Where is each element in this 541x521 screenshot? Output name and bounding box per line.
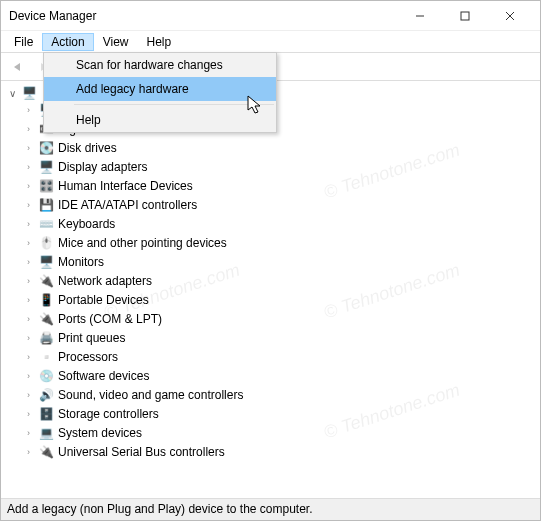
tree-content: © Tehnotone.com © Tehnotone.com © Tehnot…: [1, 81, 540, 499]
dropdown-help[interactable]: Help: [44, 108, 276, 132]
dropdown-scan[interactable]: Scan for hardware changes: [44, 53, 276, 77]
dropdown-help-label: Help: [76, 113, 101, 127]
tree-item[interactable]: ›🖥️Monitors: [7, 253, 540, 272]
tree-item[interactable]: ›▫️Processors: [7, 348, 540, 367]
dropdown-separator: [74, 104, 274, 105]
device-category-icon: 📱: [38, 293, 54, 309]
dropdown-scan-label: Scan for hardware changes: [76, 58, 223, 72]
chevron-right-icon[interactable]: ›: [23, 159, 34, 176]
chevron-right-icon[interactable]: ›: [23, 121, 34, 138]
tree-item[interactable]: ›🔌Universal Serial Bus controllers: [7, 443, 540, 462]
tree-item-label: Storage controllers: [58, 406, 159, 423]
menubar: File Action View Help: [1, 31, 540, 53]
device-category-icon: 💾: [38, 198, 54, 214]
minimize-button[interactable]: [397, 2, 442, 30]
menu-action[interactable]: Action: [42, 33, 93, 51]
statusbar: Add a legacy (non Plug and Play) device …: [1, 498, 540, 520]
tree-item-label: IDE ATA/ATAPI controllers: [58, 197, 197, 214]
dropdown-add-legacy-label: Add legacy hardware: [76, 82, 189, 96]
status-text: Add a legacy (non Plug and Play) device …: [7, 502, 313, 516]
device-category-icon: 🔌: [38, 445, 54, 461]
tree-item[interactable]: ›💿Software devices: [7, 367, 540, 386]
chevron-right-icon[interactable]: ›: [23, 140, 34, 157]
window-controls: [397, 2, 532, 30]
tree-item-label: Ports (COM & LPT): [58, 311, 162, 328]
chevron-right-icon[interactable]: ›: [23, 197, 34, 214]
device-category-icon: 🔊: [38, 388, 54, 404]
device-category-icon: 🖥️: [38, 255, 54, 271]
dropdown-add-legacy[interactable]: Add legacy hardware: [44, 77, 276, 101]
tree-item-label: Sound, video and game controllers: [58, 387, 243, 404]
tree-item-label: Keyboards: [58, 216, 115, 233]
device-category-icon: 🖨️: [38, 331, 54, 347]
tree-item-label: Software devices: [58, 368, 149, 385]
tree-item[interactable]: ›🔌Network adapters: [7, 272, 540, 291]
chevron-right-icon[interactable]: ›: [23, 216, 34, 233]
tree-item-label: Human Interface Devices: [58, 178, 193, 195]
collapse-icon[interactable]: ∨: [7, 88, 18, 99]
tree-item[interactable]: ›🖨️Print queues: [7, 329, 540, 348]
tree-item[interactable]: ›⌨️Keyboards: [7, 215, 540, 234]
chevron-right-icon[interactable]: ›: [23, 330, 34, 347]
tree-item[interactable]: ›💻System devices: [7, 424, 540, 443]
chevron-right-icon[interactable]: ›: [23, 292, 34, 309]
tree-item[interactable]: ›📱Portable Devices: [7, 291, 540, 310]
tree-item[interactable]: ›🎛️Human Interface Devices: [7, 177, 540, 196]
device-category-icon: 💻: [38, 426, 54, 442]
chevron-right-icon[interactable]: ›: [23, 406, 34, 423]
device-category-icon: 🖱️: [38, 236, 54, 252]
action-dropdown: Scan for hardware changes Add legacy har…: [43, 52, 277, 133]
back-button[interactable]: [7, 56, 29, 78]
device-category-icon: 🗄️: [38, 407, 54, 423]
chevron-right-icon[interactable]: ›: [23, 425, 34, 442]
tree-item[interactable]: ›💽Disk drives: [7, 139, 540, 158]
tree-item-label: Mice and other pointing devices: [58, 235, 227, 252]
chevron-right-icon[interactable]: ›: [23, 254, 34, 271]
tree-item-label: System devices: [58, 425, 142, 442]
svg-rect-1: [461, 12, 469, 20]
device-category-icon: 💿: [38, 369, 54, 385]
tree-item[interactable]: ›💾IDE ATA/ATAPI controllers: [7, 196, 540, 215]
device-category-icon: ⌨️: [38, 217, 54, 233]
device-category-icon: 🎛️: [38, 179, 54, 195]
tree-item-label: Portable Devices: [58, 292, 149, 309]
chevron-right-icon[interactable]: ›: [23, 368, 34, 385]
chevron-right-icon[interactable]: ›: [23, 273, 34, 290]
device-category-icon: 🔌: [38, 312, 54, 328]
chevron-right-icon[interactable]: ›: [23, 387, 34, 404]
device-category-icon: 💽: [38, 141, 54, 157]
window-title: Device Manager: [9, 9, 397, 23]
menu-file[interactable]: File: [5, 33, 42, 51]
tree-item-label: Processors: [58, 349, 118, 366]
tree-item-label: Universal Serial Bus controllers: [58, 444, 225, 461]
device-category-icon: ▫️: [38, 350, 54, 366]
chevron-right-icon[interactable]: ›: [23, 178, 34, 195]
device-category-icon: 🔌: [38, 274, 54, 290]
chevron-right-icon[interactable]: ›: [23, 235, 34, 252]
tree-item-label: Network adapters: [58, 273, 152, 290]
maximize-button[interactable]: [442, 2, 487, 30]
close-button[interactable]: [487, 2, 532, 30]
menu-help[interactable]: Help: [138, 33, 181, 51]
tree-item-label: Print queues: [58, 330, 125, 347]
tree-item-label: Disk drives: [58, 140, 117, 157]
device-tree: ∨ 🖥️ ›🖥️Computer›📼Digital Media Devices›…: [1, 81, 540, 462]
menu-view[interactable]: View: [94, 33, 138, 51]
tree-item-label: Display adapters: [58, 159, 147, 176]
tree-item[interactable]: ›🗄️Storage controllers: [7, 405, 540, 424]
titlebar: Device Manager: [1, 1, 540, 31]
chevron-right-icon[interactable]: ›: [23, 102, 34, 119]
chevron-right-icon[interactable]: ›: [23, 444, 34, 461]
tree-item[interactable]: ›🔊Sound, video and game controllers: [7, 386, 540, 405]
tree-item[interactable]: ›🔌Ports (COM & LPT): [7, 310, 540, 329]
device-category-icon: 🖥️: [38, 160, 54, 176]
tree-item-label: Monitors: [58, 254, 104, 271]
computer-icon: 🖥️: [22, 86, 37, 100]
chevron-right-icon[interactable]: ›: [23, 349, 34, 366]
tree-item[interactable]: ›🖥️Display adapters: [7, 158, 540, 177]
tree-item[interactable]: ›🖱️Mice and other pointing devices: [7, 234, 540, 253]
chevron-right-icon[interactable]: ›: [23, 311, 34, 328]
